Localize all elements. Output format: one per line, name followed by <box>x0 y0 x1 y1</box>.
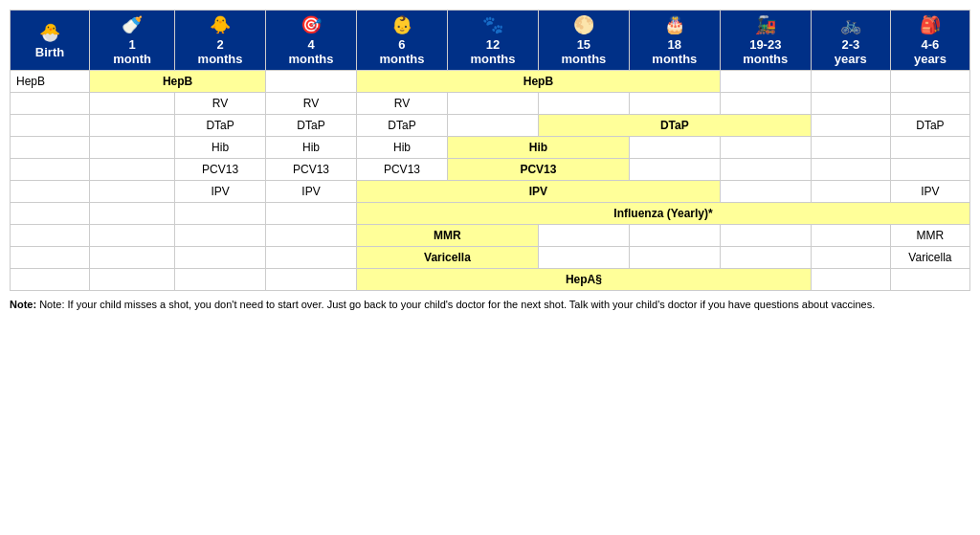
mmr-6m-12m: MMR <box>357 225 539 247</box>
hib-19-23m <box>720 137 811 159</box>
note-section: Note: Note: If your child misses a shot,… <box>10 299 970 310</box>
birth-icon: 🐣 <box>13 22 86 43</box>
rv-4m: RV <box>266 93 357 115</box>
ipv-row: IPV IPV IPV IPV <box>11 181 970 203</box>
hepb-19-23m <box>720 71 811 93</box>
hepa-label <box>11 269 90 291</box>
hepa-4m <box>266 269 357 291</box>
hepa-1m <box>90 269 175 291</box>
6months-icon: 👶 <box>360 14 444 35</box>
rv-6m: RV <box>357 93 448 115</box>
dtap-12m <box>447 115 538 137</box>
4months-icon: 🎯 <box>269 14 353 35</box>
dtap-1m <box>90 115 175 137</box>
hepa-span: HepA§ <box>357 269 812 291</box>
rv-2-3y <box>811 93 890 115</box>
dtap-15m-18m: DTaP <box>538 115 811 137</box>
header-4months: 🎯 4months <box>266 11 357 71</box>
pcv13-6m: PCV13 <box>357 159 448 181</box>
hepa-row: HepA§ <box>11 269 970 291</box>
influenza-label <box>11 203 90 225</box>
hepa-2m <box>175 269 266 291</box>
header-15months: 🌕 15months <box>538 11 629 71</box>
mmr-15m <box>538 225 629 247</box>
pcv13-4-6y <box>890 159 969 181</box>
ipv-2-3y <box>811 181 890 203</box>
12months-icon: 🐾 <box>451 14 535 35</box>
vaccine-schedule-table: 🐣 Birth 🍼 1month 🐥 2months 🎯 4months 👶 <box>10 10 970 291</box>
ipv-19-23m <box>720 181 811 203</box>
rv-19-23m <box>720 93 811 115</box>
hib-18m <box>629 137 720 159</box>
rv-12m <box>447 93 538 115</box>
2months-icon: 🐥 <box>178 14 262 35</box>
varicella-19-23m <box>720 247 811 269</box>
dtap-2-3y <box>811 115 890 137</box>
varicella-2-3y <box>811 247 890 269</box>
hepa-4-6y <box>890 269 969 291</box>
mmr-19-23m <box>720 225 811 247</box>
note-text: Note: If your child misses a shot, you d… <box>39 299 875 310</box>
rv-4-6y <box>890 93 969 115</box>
mmr-4-6y: MMR <box>890 225 969 247</box>
influenza-2m <box>175 203 266 225</box>
hib-12m-15m: Hib <box>447 137 629 159</box>
hepb-2-3y <box>811 71 890 93</box>
hepb-row: HepB HepB HepB <box>11 71 970 93</box>
hib-6m: Hib <box>357 137 448 159</box>
hib-4m: Hib <box>266 137 357 159</box>
dtap-row: DTaP DTaP DTaP DTaP DTaP <box>11 115 970 137</box>
hepb-6m-18m: HepB <box>357 71 721 93</box>
header-4-6years: 🎒 4-6years <box>890 11 969 71</box>
rv-row: RV RV RV <box>11 93 970 115</box>
mmr-1m <box>90 225 175 247</box>
hib-2-3y <box>811 137 890 159</box>
varicella-4m <box>266 247 357 269</box>
ipv-1m <box>90 181 175 203</box>
ipv-4m: IPV <box>266 181 357 203</box>
ipv-6m-18m: IPV <box>357 181 721 203</box>
influenza-row: Influenza (Yearly)* <box>11 203 970 225</box>
rv-15m <box>538 93 629 115</box>
hib-2m: Hib <box>175 137 266 159</box>
rv-1m <box>90 93 175 115</box>
varicella-label <box>11 247 90 269</box>
varicella-row: Varicella Varicella <box>11 247 970 269</box>
header-6months: 👶 6months <box>357 11 448 71</box>
header-2months: 🐥 2months <box>175 11 266 71</box>
varicella-15m <box>538 247 629 269</box>
rv-2m: RV <box>175 93 266 115</box>
rv-label <box>11 93 90 115</box>
pcv13-label <box>11 159 90 181</box>
1month-icon: 🍼 <box>93 14 171 35</box>
varicella-1m <box>90 247 175 269</box>
dtap-2m: DTaP <box>175 115 266 137</box>
hib-label <box>11 137 90 159</box>
4-6years-icon: 🎒 <box>894 14 967 35</box>
pcv13-19-23m <box>720 159 811 181</box>
varicella-18m <box>629 247 720 269</box>
ipv-4-6y: IPV <box>890 181 969 203</box>
influenza-span: Influenza (Yearly)* <box>357 203 970 225</box>
hepa-2-3y <box>811 269 890 291</box>
18months-icon: 🎂 <box>633 14 717 35</box>
varicella-2m <box>175 247 266 269</box>
ipv-label <box>11 181 90 203</box>
note-label: Note: <box>10 299 36 310</box>
pcv13-12m-15m: PCV13 <box>447 159 629 181</box>
rv-18m <box>629 93 720 115</box>
varicella-6m-12m: Varicella <box>357 247 539 269</box>
pcv13-2-3y <box>811 159 890 181</box>
mmr-label <box>11 225 90 247</box>
pcv13-18m <box>629 159 720 181</box>
hepb-label: HepB <box>11 71 90 93</box>
hepb-4m <box>266 71 357 93</box>
dtap-6m: DTaP <box>357 115 448 137</box>
hib-row: Hib Hib Hib Hib <box>11 137 970 159</box>
hib-4-6y <box>890 137 969 159</box>
header-18months: 🎂 18months <box>629 11 720 71</box>
header-birth: 🐣 Birth <box>11 11 90 71</box>
dtap-label <box>11 115 90 137</box>
hib-1m <box>90 137 175 159</box>
2-3years-icon: 🚲 <box>814 14 887 35</box>
